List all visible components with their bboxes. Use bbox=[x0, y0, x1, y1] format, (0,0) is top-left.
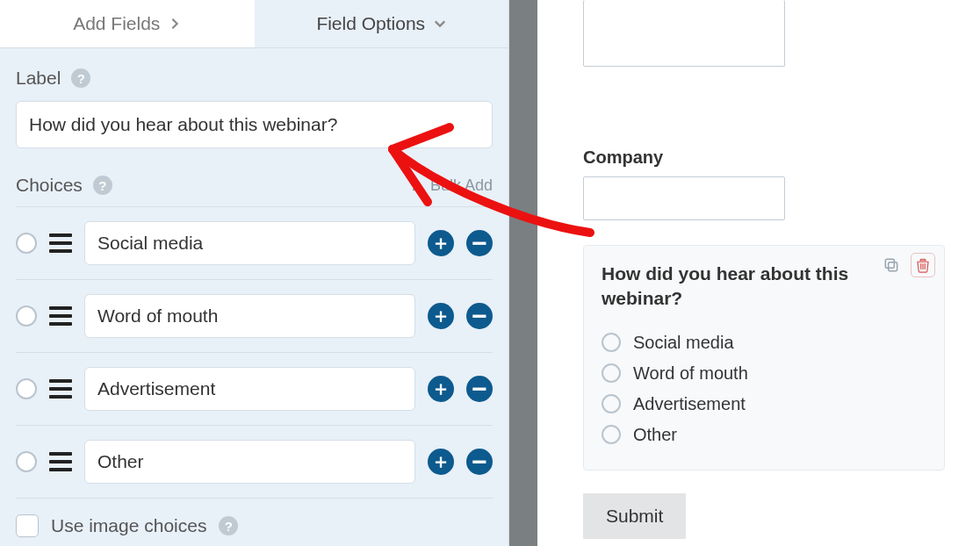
choice-input[interactable] bbox=[84, 294, 415, 338]
radio-option-label: Social media bbox=[633, 333, 734, 353]
duplicate-icon bbox=[883, 256, 900, 274]
sidebar: Add Fields Field Options Label ? Choices… bbox=[0, 0, 509, 546]
drag-handle-icon[interactable] bbox=[49, 306, 72, 326]
radio-icon bbox=[602, 333, 621, 352]
drag-handle-icon[interactable] bbox=[49, 233, 72, 253]
radio-icon bbox=[602, 363, 621, 383]
help-icon[interactable]: ? bbox=[219, 516, 238, 535]
radio-question-label: How did you hear about this webinar? bbox=[602, 262, 856, 312]
add-choice-button[interactable]: ＋ bbox=[428, 303, 454, 329]
help-icon[interactable]: ? bbox=[71, 68, 90, 88]
choice-row: ＋ − bbox=[16, 426, 493, 499]
use-image-choices-row: Use image choices ? bbox=[16, 499, 493, 537]
divider bbox=[509, 0, 537, 546]
choices-section-header: Choices ? bbox=[16, 175, 112, 196]
company-input[interactable] bbox=[583, 176, 785, 220]
add-choice-button[interactable]: ＋ bbox=[428, 449, 454, 475]
choice-row: ＋ − bbox=[16, 206, 493, 280]
choices-title: Choices bbox=[16, 175, 83, 196]
field-label-input[interactable] bbox=[16, 101, 493, 148]
tab-field-options[interactable]: Field Options bbox=[255, 0, 509, 47]
text-input[interactable] bbox=[583, 0, 785, 67]
choice-row: ＋ − bbox=[16, 353, 493, 426]
radio-option-label: Advertisement bbox=[633, 394, 746, 414]
form-preview: Company How did you hear about this webi… bbox=[537, 0, 980, 546]
radio-icon bbox=[602, 425, 621, 444]
choice-input[interactable] bbox=[84, 367, 415, 411]
download-icon bbox=[411, 178, 425, 192]
radio-option[interactable]: Advertisement bbox=[602, 389, 926, 420]
chevron-right-icon bbox=[169, 18, 181, 30]
choice-input[interactable] bbox=[84, 221, 415, 265]
radio-option[interactable]: Other bbox=[602, 420, 926, 450]
use-image-choices-checkbox[interactable] bbox=[16, 514, 39, 537]
add-choice-button[interactable]: ＋ bbox=[428, 376, 454, 402]
duplicate-button[interactable] bbox=[879, 253, 904, 277]
choice-input[interactable] bbox=[84, 440, 415, 484]
remove-choice-button[interactable]: − bbox=[466, 376, 493, 402]
radio-option-label: Other bbox=[633, 425, 677, 445]
add-choice-button[interactable]: ＋ bbox=[428, 230, 454, 256]
tab-field-options-label: Field Options bbox=[316, 13, 425, 34]
choice-default-radio[interactable] bbox=[16, 378, 37, 399]
bulk-add-button[interactable]: Bulk Add bbox=[411, 176, 493, 195]
choice-default-radio[interactable] bbox=[16, 233, 37, 254]
choice-default-radio[interactable] bbox=[16, 305, 37, 327]
radio-option[interactable]: Word of mouth bbox=[602, 358, 926, 389]
bulk-add-label: Bulk Add bbox=[430, 176, 493, 195]
label-section-header: Label ? bbox=[16, 68, 493, 89]
trash-icon bbox=[915, 257, 931, 273]
choice-row: ＋ − bbox=[16, 280, 493, 353]
radio-field-card[interactable]: How did you hear about this webinar? Soc… bbox=[583, 245, 945, 471]
remove-choice-button[interactable]: − bbox=[466, 449, 493, 475]
label-title: Label bbox=[16, 68, 61, 89]
choice-list: ＋ − ＋ − ＋ − bbox=[16, 206, 493, 499]
radio-option[interactable]: Social media bbox=[602, 327, 926, 358]
sidebar-tabs: Add Fields Field Options bbox=[0, 0, 508, 48]
svg-rect-0 bbox=[889, 262, 897, 271]
tab-add-fields-label: Add Fields bbox=[73, 13, 160, 34]
delete-button[interactable] bbox=[911, 253, 935, 277]
tab-add-fields[interactable]: Add Fields bbox=[0, 0, 255, 47]
drag-handle-icon[interactable] bbox=[49, 452, 72, 471]
radio-option-label: Word of mouth bbox=[633, 363, 748, 384]
help-icon[interactable]: ? bbox=[93, 176, 112, 195]
submit-label: Submit bbox=[606, 506, 663, 526]
choice-default-radio[interactable] bbox=[16, 451, 37, 472]
radio-icon bbox=[602, 394, 621, 413]
company-field: Company bbox=[583, 147, 945, 220]
company-label: Company bbox=[583, 147, 945, 168]
remove-choice-button[interactable]: − bbox=[466, 303, 493, 329]
chevron-down-icon bbox=[434, 18, 446, 30]
field-options-panel: Label ? Choices ? Bulk Add bbox=[0, 48, 508, 546]
use-image-choices-label: Use image choices bbox=[51, 515, 206, 536]
svg-rect-1 bbox=[885, 259, 894, 268]
remove-choice-button[interactable]: − bbox=[466, 230, 493, 256]
submit-button[interactable]: Submit bbox=[583, 493, 686, 539]
drag-handle-icon[interactable] bbox=[49, 379, 72, 399]
